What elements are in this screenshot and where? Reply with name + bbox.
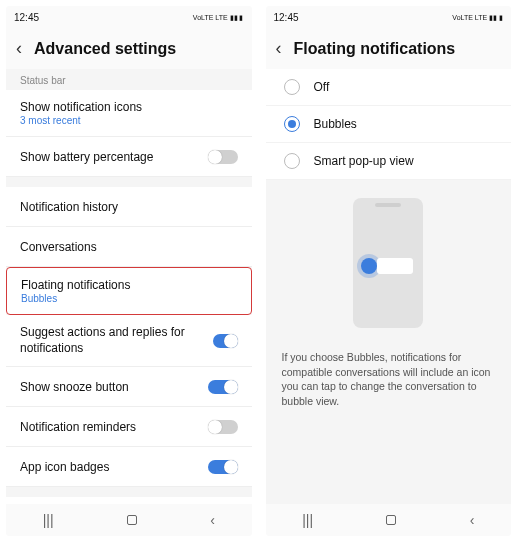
toggle-battery[interactable] xyxy=(208,150,238,164)
row-badges[interactable]: App icon badges xyxy=(6,447,252,487)
row-label: App icon badges xyxy=(20,460,109,474)
status-time: 12:45 xyxy=(274,12,299,23)
radio-icon[interactable] xyxy=(284,153,300,169)
status-indicators: VoLTE LTE ▮▮ ▮ xyxy=(452,14,503,21)
row-label: Notification reminders xyxy=(20,420,136,434)
status-time: 12:45 xyxy=(14,12,39,23)
row-wireless-alerts[interactable]: Wireless emergency alerts xyxy=(6,497,252,504)
row-label: Floating notifications xyxy=(21,278,130,292)
toggle-suggest[interactable] xyxy=(213,334,238,348)
phone-right: 12:45 VoLTE LTE ▮▮ ▮ ‹ Floating notifica… xyxy=(266,6,512,536)
option-bubbles[interactable]: Bubbles xyxy=(266,106,512,143)
radio-icon[interactable] xyxy=(284,79,300,95)
nav-recents-icon[interactable]: ||| xyxy=(302,512,313,528)
header: ‹ Advanced settings xyxy=(6,28,252,69)
section-gap xyxy=(6,487,252,497)
row-notification-history[interactable]: Notification history xyxy=(6,187,252,227)
row-label: Show notification icons xyxy=(20,100,142,114)
row-show-notification-icons[interactable]: Show notification icons 3 most recent xyxy=(6,90,252,137)
toggle-reminders[interactable] xyxy=(208,420,238,434)
nav-home-icon[interactable] xyxy=(127,515,137,525)
status-bar: 12:45 VoLTE LTE ▮▮ ▮ xyxy=(6,6,252,28)
nav-back-icon[interactable]: ‹ xyxy=(470,512,475,528)
help-text: If you choose Bubbles, notifications for… xyxy=(266,340,512,423)
row-floating-notifications[interactable]: Floating notifications Bubbles xyxy=(6,267,252,315)
row-conversations[interactable]: Conversations xyxy=(6,227,252,267)
row-label: Show battery percentage xyxy=(20,150,153,164)
nav-bar: ||| ‹ xyxy=(266,504,512,536)
section-label: Status bar xyxy=(6,69,252,90)
row-label: Conversations xyxy=(20,240,97,254)
option-label: Bubbles xyxy=(314,117,357,131)
row-show-battery-percentage[interactable]: Show battery percentage xyxy=(6,137,252,177)
header: ‹ Floating notifications xyxy=(266,28,512,69)
row-sublabel: 3 most recent xyxy=(20,115,142,126)
row-suggest-actions[interactable]: Suggest actions and replies for notifica… xyxy=(6,315,252,367)
status-indicators: VoLTE LTE ▮▮ ▮ xyxy=(193,14,244,21)
illustration xyxy=(266,180,512,340)
illustration-bar xyxy=(377,258,413,274)
illustration-phone xyxy=(353,198,423,328)
row-snooze[interactable]: Show snooze button xyxy=(6,367,252,407)
back-icon[interactable]: ‹ xyxy=(276,38,282,59)
settings-list: Status bar Show notification icons 3 mos… xyxy=(6,69,252,504)
radio-icon[interactable] xyxy=(284,116,300,132)
option-label: Off xyxy=(314,80,330,94)
toggle-badges[interactable] xyxy=(208,460,238,474)
nav-back-icon[interactable]: ‹ xyxy=(210,512,215,528)
back-icon[interactable]: ‹ xyxy=(16,38,22,59)
page-title: Advanced settings xyxy=(34,40,176,58)
options-list: Off Bubbles Smart pop-up view If you cho… xyxy=(266,69,512,504)
nav-recents-icon[interactable]: ||| xyxy=(43,512,54,528)
row-sublabel: Bubbles xyxy=(21,293,130,304)
spacer xyxy=(266,423,512,504)
row-label: Suggest actions and replies for notifica… xyxy=(20,325,213,356)
option-label: Smart pop-up view xyxy=(314,154,414,168)
phone-left: 12:45 VoLTE LTE ▮▮ ▮ ‹ Advanced settings… xyxy=(6,6,252,536)
illustration-notch xyxy=(375,203,401,207)
bubble-icon xyxy=(361,258,377,274)
nav-bar: ||| ‹ xyxy=(6,504,252,536)
option-smart-popup[interactable]: Smart pop-up view xyxy=(266,143,512,180)
toggle-snooze[interactable] xyxy=(208,380,238,394)
row-label: Notification history xyxy=(20,200,118,214)
section-gap xyxy=(6,177,252,187)
page-title: Floating notifications xyxy=(294,40,456,58)
option-off[interactable]: Off xyxy=(266,69,512,106)
row-label: Show snooze button xyxy=(20,380,129,394)
status-bar: 12:45 VoLTE LTE ▮▮ ▮ xyxy=(266,6,512,28)
row-reminders[interactable]: Notification reminders xyxy=(6,407,252,447)
nav-home-icon[interactable] xyxy=(386,515,396,525)
